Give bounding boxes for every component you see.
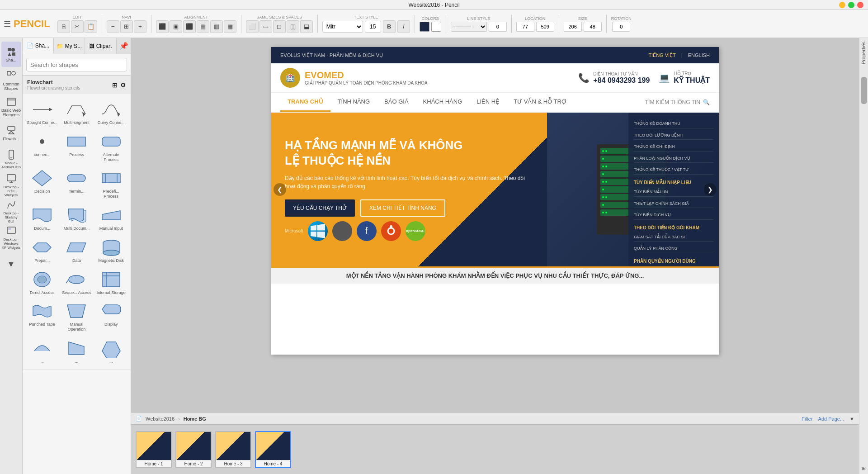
- shape-connector-dot[interactable]: connec...: [25, 129, 59, 165]
- align-top-button[interactable]: ▤: [197, 20, 209, 33]
- layout-label[interactable]: ⊞: [859, 463, 868, 474]
- shape-decision[interactable]: Decision: [25, 166, 59, 202]
- italic-button[interactable]: I: [397, 20, 410, 33]
- shape-direct-access[interactable]: Direct Access: [25, 267, 59, 298]
- tab-clipart[interactable]: 🖼 Clipart: [85, 38, 116, 54]
- page-thumb-1[interactable]: Home - 1: [136, 431, 172, 468]
- sidebar-item-sketchy[interactable]: Desktop - Sketchy GUI: [1, 199, 21, 224]
- align-left-button[interactable]: ⬛: [156, 20, 169, 33]
- v-scrollbar[interactable]: [859, 68, 868, 463]
- zoom-fit-button[interactable]: ⊞: [120, 20, 133, 33]
- rotation-input[interactable]: [612, 22, 630, 32]
- sidebar-item-flowchart[interactable]: Flowch...: [1, 120, 21, 146]
- paste-button[interactable]: 📋: [85, 20, 97, 33]
- carousel-arrow-left[interactable]: ❮: [274, 183, 286, 196]
- shape-data[interactable]: Data: [60, 235, 93, 266]
- nav-search[interactable]: TÌM KIẾM THÔNG TIN 🔍: [645, 99, 710, 105]
- minimize-button[interactable]: [839, 2, 845, 8]
- nav-khach-hang[interactable]: KHÁCH HÀNG: [416, 93, 470, 112]
- shape-multi-segment[interactable]: Multi-segment: [60, 97, 93, 128]
- font-size-input[interactable]: [365, 21, 381, 33]
- font-selector[interactable]: Mitr: [322, 21, 363, 33]
- same-size-button[interactable]: ◻: [273, 20, 286, 33]
- same-width-button[interactable]: ⬜: [246, 20, 259, 33]
- page-thumb-3[interactable]: Home - 3: [215, 431, 251, 468]
- lang-english[interactable]: ENGLISH: [688, 52, 710, 58]
- align-center-button[interactable]: ▣: [170, 20, 182, 33]
- pages-expand-icon[interactable]: ▼: [849, 416, 854, 422]
- shape-multi-document[interactable]: Multi Docum...: [60, 203, 93, 234]
- shape-extra2[interactable]: ...: [60, 336, 93, 367]
- search-input[interactable]: [26, 58, 127, 71]
- shape-manual-operation[interactable]: Manual Operation: [60, 299, 93, 335]
- shape-extra1[interactable]: ...: [25, 336, 59, 367]
- loc-x-input[interactable]: [516, 22, 534, 32]
- nav-bao-gia[interactable]: BÁO GIÁ: [377, 93, 415, 112]
- nav-trang-chu[interactable]: TRANG CHỦ: [280, 93, 330, 112]
- fill-color-swatch[interactable]: [420, 22, 429, 32]
- nav-lien-he[interactable]: LIÊN HỆ: [469, 93, 506, 112]
- zoom-out-button[interactable]: −: [107, 20, 119, 33]
- properties-label[interactable]: Properties: [859, 38, 868, 68]
- page-thumb-2[interactable]: Home - 2: [175, 431, 212, 468]
- grid-view-icon[interactable]: ⊞: [112, 81, 118, 89]
- shape-internal-storage[interactable]: Internal Storage: [94, 267, 128, 298]
- sidebar-item-shapes[interactable]: Sha...: [1, 42, 21, 67]
- shape-manual-input[interactable]: Manual Input: [94, 203, 128, 234]
- breadcrumb-root[interactable]: Website2016: [146, 416, 175, 422]
- shape-document[interactable]: Docum...: [25, 203, 59, 234]
- tab-shapes[interactable]: 📄 Sha...: [23, 38, 54, 54]
- zoom-in-button[interactable]: +: [134, 20, 146, 33]
- same-height-button[interactable]: ▭: [259, 20, 272, 33]
- width-input[interactable]: [564, 22, 582, 32]
- nav-tu-van[interactable]: TƯ VẤN & HỖ TRỢ: [506, 93, 574, 112]
- filter-button[interactable]: Filter: [802, 416, 812, 422]
- h-space-button[interactable]: ◫: [287, 20, 299, 33]
- shape-predefined-process[interactable]: Predefi... Process: [94, 166, 128, 202]
- menu-icon[interactable]: ☰: [4, 19, 11, 29]
- align-bottom-button[interactable]: ▦: [224, 20, 236, 33]
- nav-tinh-nang[interactable]: TÍNH NĂNG: [330, 93, 377, 112]
- line-width-input[interactable]: [489, 22, 507, 32]
- height-input[interactable]: [584, 22, 602, 32]
- shape-alternate-process[interactable]: Alternate Process: [94, 129, 128, 165]
- shape-preparation[interactable]: Prepar...: [25, 235, 59, 266]
- shape-sequential-access[interactable]: Seque... Access: [60, 267, 93, 298]
- align-right-button[interactable]: ⬛: [183, 20, 196, 33]
- add-page-button[interactable]: Add Page...: [818, 416, 844, 422]
- pin-button[interactable]: 📌: [116, 38, 131, 54]
- copy-button[interactable]: ⎘: [57, 20, 70, 33]
- btn-features[interactable]: XEM CHI TIẾT TÍNH NĂNG: [360, 199, 445, 217]
- sidebar-item-basic-web[interactable]: Basic Web Elements: [1, 94, 21, 119]
- cut-button[interactable]: ✂: [71, 20, 84, 33]
- shape-terminator[interactable]: Termin...: [60, 166, 93, 202]
- shape-extra3[interactable]: ...: [94, 336, 128, 367]
- shape-straight-connector[interactable]: Straight Conne...: [25, 97, 59, 128]
- lang-viet[interactable]: TIẾNG VIỆT: [648, 52, 675, 58]
- page-thumb-4[interactable]: Home - 4: [255, 431, 291, 468]
- flowchart-header[interactable]: Flowchart Flowchart drawing stencils ⊞ ⚙: [23, 76, 131, 94]
- close-button[interactable]: [857, 2, 863, 8]
- canvas-content[interactable]: EVOLUS VIỆT NAM - PHẦN MỀM & DỊCH VỤ TIẾ…: [131, 38, 859, 412]
- carousel-arrow-right[interactable]: ❯: [704, 183, 717, 196]
- line-style-select[interactable]: ─────: [451, 22, 487, 32]
- shape-punched-tape[interactable]: Punched Tape: [25, 299, 59, 335]
- shape-curvy-connector[interactable]: Curvy Conne...: [94, 97, 128, 128]
- loc-y-input[interactable]: [536, 22, 554, 32]
- shape-process[interactable]: Process: [60, 129, 93, 165]
- sidebar-item-desktop-gtk[interactable]: Desktop - GTK Widgets: [1, 173, 21, 198]
- stroke-color-swatch[interactable]: [431, 22, 441, 32]
- v-space-button[interactable]: ⬓: [300, 20, 313, 33]
- sidebar-item-windows-xp[interactable]: Desktop - Windows XP Widgets: [1, 225, 21, 251]
- settings-icon[interactable]: ⚙: [120, 81, 126, 89]
- maximize-button[interactable]: [848, 2, 854, 8]
- scrollbar-thumb[interactable]: [861, 77, 867, 104]
- sidebar-item-mobile[interactable]: Mobile - Android ICS: [1, 147, 21, 172]
- shape-magnetic-disk[interactable]: Magnetic Disk: [94, 235, 128, 266]
- sidebar-item-more[interactable]: ▼: [1, 251, 21, 277]
- bold-button[interactable]: B: [383, 20, 396, 33]
- align-middle-button[interactable]: ▥: [210, 20, 223, 33]
- btn-trial[interactable]: YÊU CẦU CHẠY THỬ: [285, 199, 355, 217]
- tab-my-stencils[interactable]: 📁 My S...: [54, 38, 85, 54]
- sidebar-item-common[interactable]: Common Shapes: [1, 68, 21, 93]
